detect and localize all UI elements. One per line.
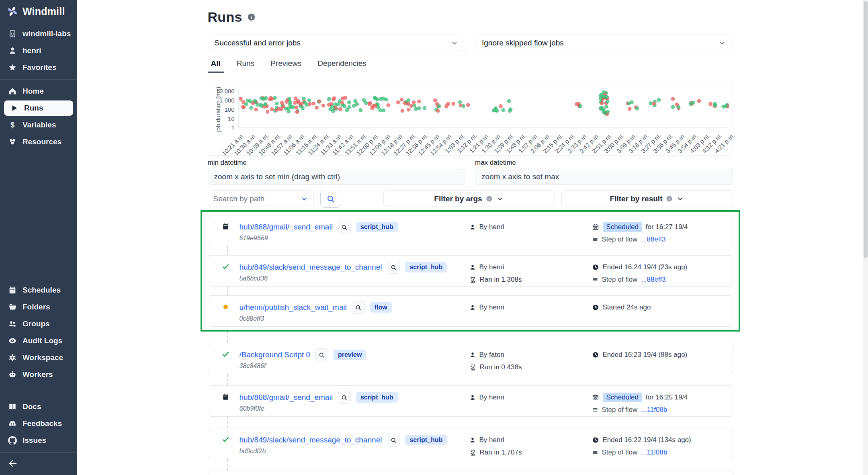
max-datetime-input[interactable] <box>475 169 733 185</box>
run-card[interactable]: hub/868/gmail/_send_emailscript_hub619e9… <box>208 215 733 246</box>
run-path-link[interactable]: hub/849/slack/send_message_to_channel <box>240 436 382 444</box>
sidebar-item-label: Workspace <box>23 353 63 362</box>
inspect-run-button[interactable] <box>338 221 351 233</box>
sidebar-item-groups[interactable]: Groups <box>0 315 77 332</box>
sidebar-item-runs[interactable]: Runs <box>4 100 73 116</box>
sidebar-item-henri[interactable]: henri <box>0 42 77 59</box>
filter-by-args-button[interactable]: Filter by args i <box>383 190 555 207</box>
search-by-path-input[interactable]: Search by path <box>208 190 314 207</box>
sidebar-item-issues[interactable]: Issues <box>0 432 77 449</box>
chevron-down-icon <box>718 39 726 47</box>
parent-flow-link[interactable]: ...88eff3 <box>641 276 665 284</box>
tab-runs[interactable]: Runs <box>233 57 258 73</box>
info-icon[interactable]: i <box>247 13 256 21</box>
sidebar-item-label: Variables <box>23 121 56 129</box>
check-icon <box>222 263 229 270</box>
dollar-icon: $ <box>8 121 17 129</box>
skipped-flows-select[interactable]: Ignore skipped flow jobs <box>475 35 733 51</box>
user-icon <box>469 264 476 270</box>
sidebar-item-label: Audit Logs <box>23 336 62 345</box>
search-icon <box>341 224 348 231</box>
run-path-link[interactable]: hub/868/gmail/_send_email <box>240 223 333 231</box>
hourglass-icon <box>469 449 476 456</box>
parent-flow-link[interactable]: ...88eff3 <box>641 235 665 244</box>
parent-flow-link[interactable]: ...11f08b <box>641 406 667 414</box>
run-path-link[interactable]: /Background Script 0 <box>240 350 310 359</box>
skipped-flows-select-value: Ignore skipped flow jobs <box>482 39 564 47</box>
scrollbar-thumb[interactable] <box>864 1 868 258</box>
sidebar-item-workspace[interactable]: Workspace <box>0 349 77 366</box>
flow-step-connector <box>227 417 228 428</box>
robot-icon <box>8 370 17 379</box>
job-id: 60b9f0fe <box>240 405 469 412</box>
sidebar-item-favorites[interactable]: Favorites <box>0 59 77 76</box>
run-card[interactable]: u/henri/publish_slack_wait_mailflow0c88e… <box>208 295 733 327</box>
tab-all[interactable]: All <box>208 57 224 73</box>
runs-duration-chart[interactable]: job duration (ms) 10 0001 00010010110:21… <box>208 80 733 156</box>
inspect-run-button[interactable] <box>387 434 400 446</box>
user-icon <box>469 437 476 443</box>
sidebar-item-variables[interactable]: $Variables <box>0 117 77 133</box>
clock-icon <box>592 436 599 444</box>
job-kind-select-value: Successful and error jobs <box>215 39 301 47</box>
check-icon <box>222 436 229 443</box>
tab-dependencies[interactable]: Dependencies <box>314 57 369 73</box>
list-icon <box>592 276 598 283</box>
run-timing: Ended 16:24 19/4 (23s ago) <box>603 263 688 271</box>
job-id: 5a6bcd36 <box>240 275 469 282</box>
svg-text:i: i <box>669 197 670 201</box>
filter-by-args-label: Filter by args <box>434 195 482 203</box>
sidebar-item-home[interactable]: Home <box>0 83 77 100</box>
run-card[interactable]: u/henri/publish_slack_wait_mailflowprevi… <box>208 471 733 475</box>
tab-previews[interactable]: Previews <box>267 57 305 73</box>
job-kind-badge: script_hub <box>405 262 447 272</box>
scatter-plot[interactable] <box>208 80 733 155</box>
job-kind-select[interactable]: Successful and error jobs <box>208 35 466 51</box>
run-card[interactable]: /Background Script 0preview38c8486fBy fa… <box>208 343 733 374</box>
filter-by-result-button[interactable]: Filter by result i <box>561 190 733 207</box>
run-timing: for 16:25 19/4 <box>646 393 688 401</box>
chevron-down-icon <box>450 39 459 47</box>
sidebar: Windmill windmill-labshenriFavorites Hom… <box>0 0 77 475</box>
windmill-logo-icon <box>6 5 18 17</box>
collapse-sidebar-button[interactable] <box>0 452 26 475</box>
run-card[interactable]: hub/868/gmail/_send_emailscript_hub60b9f… <box>208 385 733 417</box>
sidebar-item-label: Issues <box>23 436 46 445</box>
sidebar-item-docs[interactable]: Docs <box>0 398 77 415</box>
sidebar-item-label: Runs <box>24 104 43 113</box>
flow-step-connector <box>227 246 228 255</box>
scheduled-badge: Scheduled <box>603 222 642 232</box>
run-by: By henri <box>479 393 504 401</box>
sidebar-item-schedules[interactable]: Schedules <box>0 282 77 299</box>
run-card[interactable]: hub/849/slack/send_message_to_channelscr… <box>208 428 733 459</box>
scrollbar <box>863 0 868 475</box>
parent-flow-link[interactable]: ...11f08b <box>641 448 667 457</box>
job-kind-badge: script_hub <box>356 392 398 403</box>
inspect-run-button[interactable] <box>315 348 328 361</box>
run-by: By henri <box>479 263 504 271</box>
run-card[interactable]: hub/849/slack/send_message_to_channelscr… <box>208 255 733 287</box>
run-path-link[interactable]: hub/849/slack/send_message_to_channel <box>240 263 382 272</box>
sidebar-item-folders[interactable]: Folders <box>0 299 77 315</box>
list-icon <box>592 407 598 413</box>
run-path-link[interactable]: hub/868/gmail/_send_email <box>240 393 333 402</box>
min-datetime-input[interactable] <box>208 169 466 185</box>
sidebar-item-audit-logs[interactable]: Audit Logs <box>0 332 77 349</box>
sidebar-item-label: Resources <box>23 137 61 146</box>
sidebar-item-windmill-labs[interactable]: windmill-labs <box>0 25 77 42</box>
run-path-link[interactable]: u/henri/publish_slack_wait_mail <box>240 303 347 312</box>
play-icon <box>10 104 18 113</box>
search-icon <box>390 437 397 444</box>
home-icon <box>8 87 17 96</box>
sidebar-item-label: Groups <box>23 319 50 328</box>
sidebar-item-resources[interactable]: Resources <box>0 133 77 150</box>
sidebar-item-workers[interactable]: Workers <box>0 366 77 383</box>
inspect-run-button[interactable] <box>387 261 400 274</box>
inspect-run-button[interactable] <box>352 301 365 314</box>
sidebar-item-feedbacks[interactable]: Feedbacks <box>0 415 77 432</box>
app-logo[interactable]: Windmill <box>0 0 77 22</box>
info-icon: i <box>666 195 673 202</box>
inspect-run-button[interactable] <box>338 391 351 404</box>
search-icon <box>355 304 362 311</box>
search-button[interactable] <box>320 190 341 208</box>
